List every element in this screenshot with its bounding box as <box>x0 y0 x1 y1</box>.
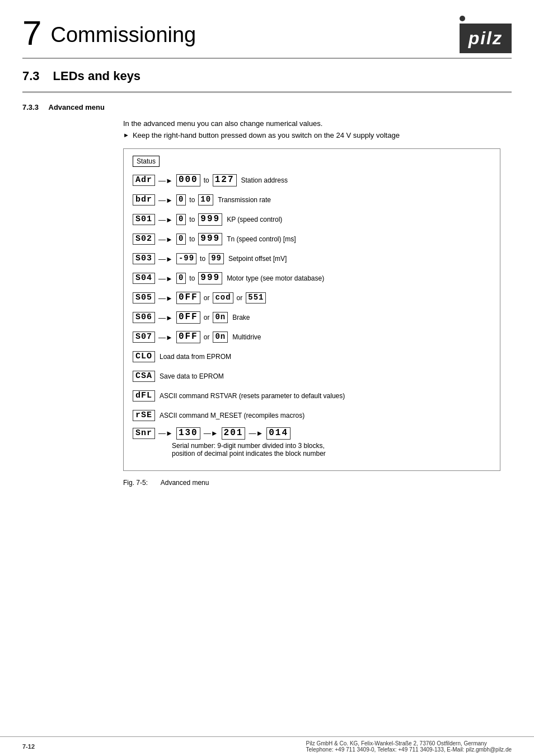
chapter-title: Commissioning <box>50 23 196 50</box>
or-s05-1: or <box>204 294 210 302</box>
to-s01: to <box>189 216 195 223</box>
desc-s02: Tn (speed control) [ms] <box>227 235 296 243</box>
display-127: 127 <box>213 174 237 186</box>
arrow-snr3: —► <box>249 429 263 437</box>
display-s03-to: 99 <box>209 253 224 264</box>
display-s04-to: 999 <box>198 272 222 284</box>
diagram-row-clo: CLO Load data from EPROM <box>133 349 491 365</box>
display-dfl: dFL <box>133 390 155 402</box>
diagram-box: Status Adr —► 000 to 127 Station address… <box>123 148 500 471</box>
section-733-title: Advanced menu <box>49 103 105 111</box>
display-bdr: bdr <box>133 194 155 206</box>
fig-text: Advanced menu <box>161 479 209 487</box>
to-s03: to <box>200 255 205 263</box>
diagram-row-snr: Snr —► 130 —► 201 —► 014 Serial number: … <box>133 427 491 458</box>
section-733: 7.3.3 Advanced menu <box>0 93 534 111</box>
diagram-row-csa: CSA Save data to EPROM <box>133 368 491 384</box>
display-s06-v1: 0FF <box>176 311 200 324</box>
desc-dfl: ASCII command RSTVAR (resets parameter t… <box>160 392 345 400</box>
arrow-s01: —► <box>158 216 173 224</box>
arrow-s07: —► <box>158 333 173 342</box>
desc-s04: Motor type (see motor database) <box>227 274 324 282</box>
diagram-row-s07: S07 —► 0FF or 0n Multidrive <box>133 329 491 345</box>
display-bdr-to: 10 <box>198 194 213 205</box>
display-s05-v3: 551 <box>246 292 266 303</box>
diagram-row-s04: S04 —► 0 to 999 Motor type (see motor da… <box>133 270 491 286</box>
desc-csa: Save data to EPROM <box>160 372 224 380</box>
footer-company: Pilz GmbH & Co. KG, Felix-Wankel-Straße … <box>306 740 512 746</box>
arrow-s03: —► <box>158 255 173 263</box>
display-s04-from: 0 <box>176 273 186 283</box>
arrow-s06: —► <box>158 314 173 322</box>
display-s03-from: -99 <box>176 253 196 264</box>
display-s01-from: 0 <box>176 214 186 225</box>
arrow-s05: —► <box>158 294 173 302</box>
content-area: In the advanced menu you can also change… <box>0 119 534 487</box>
diagram-row-bdr: bdr —► 0 to 10 Transmission rate <box>133 192 491 208</box>
arrow-snr2: —► <box>204 429 218 437</box>
display-bdr-from: 0 <box>176 194 186 205</box>
display-snr-b2: 201 <box>222 427 246 440</box>
display-000: 000 <box>176 174 200 186</box>
arrow-adr: —► <box>158 176 173 185</box>
footer-phone: Telephone: +49 711 3409-0, Telefax: +49 … <box>306 746 512 753</box>
desc-bdr: Transmission rate <box>218 196 271 204</box>
logo-dot <box>460 16 465 21</box>
display-rse: rSE <box>133 410 155 422</box>
section-733-number: 7.3.3 <box>22 103 39 111</box>
desc-snr: Serial number: 9-digit number divided in… <box>172 442 326 458</box>
display-csa: CSA <box>133 371 155 382</box>
display-s03: S03 <box>133 253 155 265</box>
logo-container: pilz <box>460 16 512 53</box>
display-s01-to: 999 <box>198 213 222 226</box>
bullet-arrow-icon: ► <box>123 132 129 138</box>
display-s02-from: 0 <box>176 234 186 244</box>
display-adr: Adr <box>133 175 155 186</box>
display-s06-v2: 0n <box>213 312 228 323</box>
section-733-heading: 7.3.3 Advanced menu <box>22 103 512 111</box>
to-bdr: to <box>189 196 195 204</box>
diagram-row-adr: Adr —► 000 to 127 Station address <box>133 172 491 188</box>
to-s02: to <box>189 235 195 243</box>
desc-s06: Brake <box>232 314 250 321</box>
arrow-s04: —► <box>158 274 173 283</box>
display-s05: S05 <box>133 292 155 304</box>
section-73: 7.3 LEDs and keys <box>0 59 534 93</box>
figure-caption: Fig. 7-5: Advanced menu <box>123 479 512 487</box>
arrow-s02: —► <box>158 235 173 244</box>
or-s06: or <box>204 314 210 321</box>
bullet-content: Keep the right-hand button pressed down … <box>133 131 400 139</box>
display-s05-v2: cod <box>213 292 233 303</box>
diagram-row-s01: S01 —► 0 to 999 KP (speed control) <box>133 212 491 227</box>
desc-adr: Station address <box>241 176 288 184</box>
page-number: 7-12 <box>22 743 35 750</box>
bullet-text: ► Keep the right-hand button pressed dow… <box>123 131 512 139</box>
diagram-row-dfl: dFL ASCII command RSTVAR (resets paramet… <box>133 388 491 404</box>
company-logo: pilz <box>460 24 512 53</box>
to-s04: to <box>189 274 195 282</box>
status-label: Status <box>133 156 160 167</box>
section-73-number: 7.3 <box>22 69 40 83</box>
display-snr-b3: 014 <box>266 427 291 440</box>
display-s07: S07 <box>133 332 155 343</box>
desc-clo: Load data from EPROM <box>160 353 231 361</box>
footer-company-info: Pilz GmbH & Co. KG, Felix-Wankel-Straße … <box>306 740 512 753</box>
arrow-bdr: —► <box>158 196 173 204</box>
intro-text: In the advanced menu you can also change… <box>123 119 512 128</box>
display-s02-to: 999 <box>198 233 222 245</box>
display-s01: S01 <box>133 214 155 226</box>
or-s07: or <box>204 333 210 341</box>
desc-rse: ASCII command M_RESET (recompiles macros… <box>160 412 305 419</box>
display-s07-v1: 0FF <box>176 331 200 343</box>
display-s02: S02 <box>133 234 155 245</box>
display-snr-b1: 130 <box>176 427 200 440</box>
section-73-title: LEDs and keys <box>53 69 141 83</box>
diagram-row-s06: S06 —► 0FF or 0n Brake <box>133 310 491 325</box>
or-s05-2: or <box>237 294 243 302</box>
desc-s07: Multidrive <box>232 333 261 341</box>
page-header: 7 Commissioning pilz <box>0 0 534 53</box>
display-s04: S04 <box>133 273 155 284</box>
fig-label: Fig. 7-5: <box>123 479 148 487</box>
display-s07-v2: 0n <box>213 332 228 342</box>
page-footer: 7-12 Pilz GmbH & Co. KG, Felix-Wankel-St… <box>0 736 534 756</box>
